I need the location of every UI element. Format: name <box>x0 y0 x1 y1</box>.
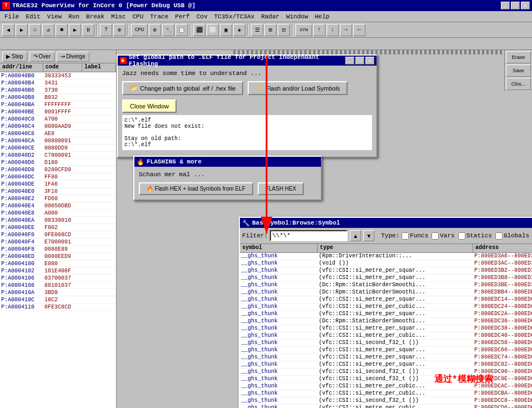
sym-row[interactable]: __ghs_thunk (vfc::CSI::si_metre_per_squa… <box>240 311 532 318</box>
over-button[interactable]: ↷ Over <box>29 52 55 62</box>
cb-statics[interactable]: Statics <box>458 232 492 240</box>
sym-row[interactable]: __ghs_thunk (vfc::CSI::si_metre_per_squa… <box>240 267 532 275</box>
tb-cpu[interactable]: CPU <box>131 24 148 36</box>
flash-maximize[interactable]: □ <box>355 57 364 64</box>
disasm-row[interactable]: P:A000410A 3BD9 <box>0 289 116 296</box>
tb-dbg1[interactable]: ⬛ <box>193 24 205 36</box>
tb-reset[interactable]: ↺ <box>42 24 54 36</box>
tb-ques[interactable]: ? <box>100 24 112 36</box>
tb-dbg3[interactable]: ▣ <box>220 24 232 36</box>
menu-edit[interactable]: Edit <box>22 12 43 21</box>
disasm-row[interactable]: P:A00040EA 00330010 <box>0 217 116 224</box>
sym-row[interactable]: __ghs_thunk (vfc::CSI::si_metre_per_squa… <box>240 275 532 282</box>
step-button[interactable]: ▶ Step <box>2 52 27 62</box>
disasm-row[interactable]: P:A00040E4 00050DBD <box>0 202 116 210</box>
menu-help[interactable]: Help <box>312 12 333 21</box>
filter-down-button[interactable]: ▼ <box>363 230 374 241</box>
disasm-row[interactable]: P:A00040E0 3F16 <box>0 188 116 195</box>
flash-load-button[interactable]: ⚡ Flash and/or Load Symbols <box>248 81 348 95</box>
tb-rt[interactable]: → <box>340 24 352 36</box>
menu-view[interactable]: View <box>44 12 65 21</box>
tb-pause[interactable]: ⏸ <box>82 24 94 36</box>
tb-misc1[interactable]: ⚙ <box>149 24 161 36</box>
tb-home[interactable]: ⌂ <box>29 24 41 36</box>
disasm-row[interactable]: P:A00040CE 0080DD9 <box>0 145 116 152</box>
tb-lt[interactable]: ← <box>353 24 365 36</box>
minimize-button[interactable]: _ <box>501 2 510 9</box>
diverge-button[interactable]: ⇝ Diverge <box>57 52 89 62</box>
disasm-row[interactable]: P:A00040B0 30333453 <box>0 72 116 79</box>
clos-button[interactable]: Clos... <box>506 78 531 90</box>
tb-misc3[interactable]: 📋 <box>175 24 188 36</box>
maximize-button[interactable]: □ <box>511 2 520 9</box>
disasm-row[interactable]: P:A00040D6 D180 <box>0 159 116 166</box>
menu-misc[interactable]: Misc <box>108 12 129 21</box>
menu-file[interactable]: File <box>1 12 22 21</box>
disasm-row[interactable]: P:A00040C4 0080AAD9 <box>0 123 116 130</box>
flash-minimize[interactable]: _ <box>345 57 354 64</box>
menu-window[interactable]: Window <box>283 12 312 21</box>
disasm-row[interactable]: P:A00040B8 B032 <box>0 94 116 101</box>
disasm-row[interactable]: P:A00040E8 A000 <box>0 210 116 217</box>
tb-view2[interactable]: ⊞ <box>264 24 277 36</box>
sym-row[interactable]: __ghs_thunk (vfc::CSI::si_metre_per_cubi… <box>240 383 532 390</box>
sym-row[interactable]: __ghs_thunk (vfc::CSI::si_second_f32_t (… <box>240 369 532 376</box>
tb-stop[interactable]: ■ <box>56 24 68 36</box>
sym-row[interactable]: __ghs_thunk (vfc::CSI::si_metre_per_squa… <box>240 354 532 361</box>
flash-close[interactable]: ✕ <box>365 57 374 64</box>
disasm-row[interactable]: P:A00040DE 1FA6 <box>0 181 116 188</box>
disasm-row[interactable]: P:A0004108 88101037 <box>0 282 116 289</box>
tb-up[interactable]: ↑ <box>313 24 325 36</box>
disasm-row[interactable]: P:A00040F8 0080E89 <box>0 246 116 253</box>
disasm-row[interactable]: P:A00040ED 0080EED9 <box>0 253 116 260</box>
tb-misc2[interactable]: 🔧 <box>162 24 174 36</box>
menu-run[interactable]: Run <box>65 12 83 21</box>
menu-cpu[interactable]: CPU <box>129 12 147 21</box>
disasm-row[interactable]: P:A00040E2 FD60 <box>0 195 116 202</box>
close-button[interactable]: ✕ <box>521 2 530 9</box>
cb-vars[interactable]: Vars <box>431 232 454 240</box>
tb-view3[interactable]: ⊟ <box>278 24 290 36</box>
disasm-row[interactable]: P:A0004102 101E408F <box>0 267 116 275</box>
sym-row[interactable]: __ghs_thunk (Rpm::DriverInteraction::...… <box>240 253 532 260</box>
tb-dbg2[interactable]: ⬜ <box>207 24 219 36</box>
sym-row[interactable]: __ghs_thunk (vfc::CSI::si_metre_per_squa… <box>240 361 532 369</box>
sym-row[interactable]: __ghs_thunk (vfc::CSI::si_second_f32_t (… <box>240 376 532 383</box>
globals-checkbox[interactable] <box>495 232 503 240</box>
flash-only-btn[interactable]: FLASH HEX <box>258 182 304 195</box>
cb-funcs[interactable]: Funcs <box>401 232 428 240</box>
disasm-row[interactable]: P:A00040BA FFFFFFFF <box>0 101 116 108</box>
filter-up-button[interactable]: ▲ <box>350 230 361 241</box>
change-path-button[interactable]: 📂 Change path to global .elf / .hex file <box>122 81 243 95</box>
cb-globals[interactable]: Globals <box>495 232 529 240</box>
erase-button[interactable]: Erase <box>506 51 531 63</box>
disasm-row[interactable]: P:A00040BE 0091FFFF <box>0 108 116 116</box>
tb-stop2[interactable]: ⊗ <box>113 24 126 36</box>
sym-row[interactable]: __ghs_thunk (vfc::CSI::si_metre_per_squa… <box>240 347 532 354</box>
sym-row[interactable]: __ghs_thunk (vfc::CSI::si_second_f32_t (… <box>240 340 532 347</box>
filter-input[interactable] <box>270 230 348 241</box>
funcs-checkbox[interactable] <box>401 232 409 240</box>
tb-play[interactable]: ▶ <box>69 24 81 36</box>
disasm-row[interactable]: P:A00040EE F802 <box>0 224 116 231</box>
sym-row[interactable]: __ghs_thunk (vfc::CSI::si_metre_per_cubi… <box>240 390 532 397</box>
symbol-list[interactable]: __ghs_thunk (Rpm::DriverInteraction::...… <box>240 253 532 408</box>
sym-row[interactable]: __ghs_thunk (vfc::CSI::si_metre_per_squa… <box>240 296 532 303</box>
disasm-row[interactable]: P:A00040C8 AE8 <box>0 130 116 137</box>
disasm-row[interactable]: P:A000410C 18C2 <box>0 296 116 303</box>
sym-row[interactable]: __ghs_thunk (vfc::CSI::si_second_f32_t (… <box>240 397 532 405</box>
menu-radar[interactable]: Radar <box>258 12 283 21</box>
tb-fwd[interactable]: ▶ <box>16 24 28 36</box>
sym-row[interactable]: __ghs_thunk (Dc::Rpm::StaticBorderSmooth… <box>240 282 532 289</box>
tb-dbg4[interactable]: ◈ <box>233 24 245 36</box>
flash-hex-btn[interactable]: 🔥 Flash HEX + load Symbols from ELF <box>139 182 253 195</box>
menu-perf[interactable]: Perf <box>172 12 193 21</box>
tb-back[interactable]: ◀ <box>2 24 14 36</box>
close-window-button[interactable]: Close Window <box>122 99 177 113</box>
menu-trace[interactable]: Trace <box>147 12 172 21</box>
disasm-row[interactable]: P:A0004106 03700037 <box>0 275 116 282</box>
disasm-row[interactable]: P:A0004110 0FE3C8CD <box>0 303 116 311</box>
disasm-row[interactable]: P:A00040B4 3431 <box>0 79 116 87</box>
disasm-row[interactable]: P:A00040D8 0280CFD9 <box>0 166 116 173</box>
tb-syn[interactable]: SYN <box>295 24 312 36</box>
